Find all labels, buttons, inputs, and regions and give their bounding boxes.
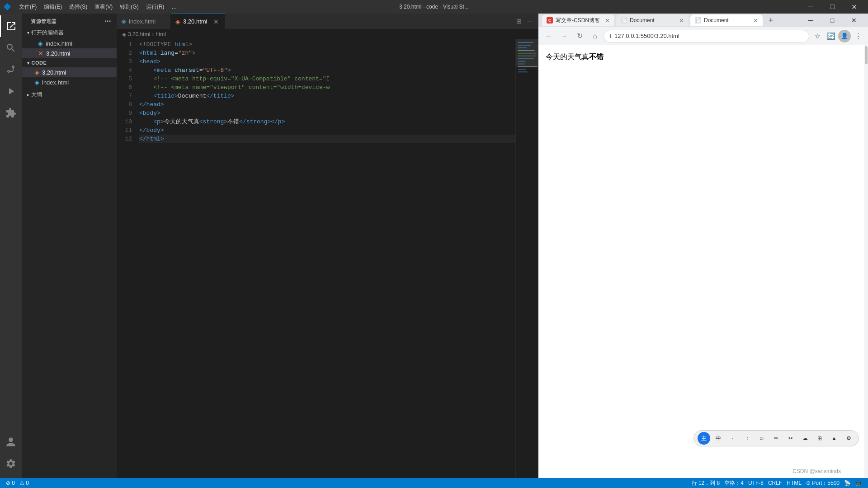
ime-chinese-btn[interactable]: 中 — [712, 432, 725, 445]
browser-page-text: 今天的天气真不错 — [546, 52, 861, 62]
sidebar-file-index[interactable]: ◈ index.html — [22, 77, 117, 87]
close-button[interactable]: ✕ — [844, 0, 864, 14]
tab-320-icon: ◈ — [175, 18, 180, 25]
ime-settings-btn[interactable]: ⚙ — [842, 432, 855, 445]
code-line-12: </html> — [139, 135, 515, 143]
menu-edit[interactable]: 编辑(E) — [40, 1, 66, 13]
ime-cloud-btn[interactable]: ☁ — [799, 432, 811, 445]
menu-goto[interactable]: 转到(G) — [116, 1, 142, 13]
more-actions-button[interactable]: ··· — [525, 17, 534, 26]
browser-scrollbar-thumb[interactable] — [865, 46, 868, 64]
menu-more[interactable]: … — [168, 2, 180, 12]
activity-extensions-icon[interactable] — [0, 102, 22, 124]
svg-rect-10 — [518, 69, 526, 70]
activity-run-icon[interactable] — [0, 80, 22, 102]
open-editor-320-html[interactable]: ✕ 3.20.html — [22, 48, 117, 58]
breadcrumb-file[interactable]: 3.20.html — [128, 31, 150, 38]
ime-active-btn[interactable]: 主 — [698, 432, 710, 445]
status-encoding[interactable]: UTF-8 — [746, 480, 766, 486]
code-chevron: ▾ — [27, 61, 30, 66]
maximize-button[interactable]: □ — [822, 0, 843, 14]
open-editors-chevron: ▾ — [27, 30, 29, 35]
browser-forward-button[interactable]: → — [557, 29, 571, 43]
code-line-3: <head> — [139, 57, 515, 66]
outline-chevron: ▸ — [27, 92, 29, 97]
browser-tab-doc1[interactable]: 📄 Document ✕ — [616, 14, 689, 26]
tab-index-html[interactable]: ◈ index.html — [117, 14, 171, 29]
browser-bookmark-button[interactable]: ☆ — [811, 30, 824, 42]
browser-profile-button[interactable]: 👤 — [838, 30, 851, 42]
code-line-11: </body> — [139, 126, 515, 135]
activity-search-icon[interactable] — [0, 37, 22, 59]
code-line-2: <html lang="zh"> — [139, 49, 515, 57]
activity-source-control-icon[interactable] — [0, 59, 22, 80]
browser-tab-csdn-close[interactable]: ✕ — [605, 17, 610, 24]
ime-grid-btn[interactable]: ⊞ — [813, 432, 826, 445]
status-golive[interactable]: 📺 — [853, 480, 864, 486]
browser-tab-csdn-label: 写文章-CSDN博客 — [556, 17, 600, 24]
doc1-favicon: 📄 — [621, 17, 627, 23]
status-line-ending[interactable]: CRLF — [766, 480, 784, 486]
status-broadcast[interactable]: 📡 — [842, 480, 853, 486]
status-spaces[interactable]: 空格：4 — [722, 479, 746, 487]
ime-arrow-btn[interactable]: ▲ — [828, 432, 840, 445]
browser-tab-doc2-close[interactable]: ✕ — [753, 17, 758, 24]
sidebar-file-320[interactable]: ◈ 3.20.html — [22, 67, 117, 77]
ime-pen-btn[interactable]: ✏ — [770, 432, 783, 445]
activity-account-icon[interactable] — [0, 431, 22, 453]
browser-tab-csdn[interactable]: C 写文章-CSDN博客 ✕ — [542, 14, 614, 26]
doc2-favicon: 📄 — [695, 17, 701, 23]
status-line-col[interactable]: 行 12，列 8 — [689, 479, 722, 487]
svg-rect-0 — [518, 42, 533, 43]
file-icon-index: ◈ — [38, 40, 43, 47]
browser-home-button[interactable]: ⌂ — [588, 29, 602, 43]
browser-maximize-button[interactable]: □ — [822, 14, 843, 27]
status-language[interactable]: HTML — [784, 480, 804, 486]
status-warnings[interactable]: ⚠ 0 — [17, 478, 31, 488]
activity-explorer-icon[interactable] — [0, 15, 22, 37]
browser-content: 今天的天气真不错 主 中 · ： ☺ ✏ ✂ ☁ ⊞ ▲ ⚙ CSDN @s — [538, 45, 868, 478]
code-line-6: <!-- <meta name="viewport" content="widt… — [139, 83, 515, 92]
menu-select[interactable]: 选择(S) — [66, 1, 91, 13]
ime-scissors-btn[interactable]: ✂ — [784, 432, 797, 445]
tab-320-html[interactable]: ◈ 3.20.html ✕ — [171, 14, 225, 29]
browser-sync-button[interactable]: 🔄 — [825, 30, 837, 42]
ime-colon-btn[interactable]: ： — [741, 432, 754, 445]
status-errors[interactable]: ⊘ 0 — [4, 478, 17, 488]
svg-rect-5 — [518, 56, 537, 56]
code-content[interactable]: <!DOCTYPE html> <html lang="zh"> <head> … — [136, 39, 515, 478]
menu-file[interactable]: 文件(F) — [15, 1, 40, 13]
menu-run[interactable]: 运行(R) — [142, 1, 168, 13]
browser-minimize-button[interactable]: ─ — [800, 14, 821, 27]
breadcrumb-element[interactable]: html — [156, 31, 166, 38]
code-section[interactable]: ▾ CODE — [22, 58, 117, 67]
outline-label: 大纲 — [31, 91, 42, 99]
ime-dot-btn[interactable]: · — [726, 432, 739, 445]
menu-view[interactable]: 查看(V) — [91, 1, 116, 13]
browser-more-button[interactable]: ⋮ — [852, 30, 864, 42]
outline-section[interactable]: ▸ 大纲 — [22, 89, 117, 100]
svg-rect-4 — [518, 53, 537, 54]
status-port[interactable]: ⊙ Port：5500 — [804, 479, 842, 487]
sidebar-header-more[interactable]: ··· — [104, 17, 111, 25]
minimize-button[interactable]: ─ — [800, 0, 821, 14]
browser-refresh-button[interactable]: ↻ — [573, 29, 586, 43]
ime-emoji-btn[interactable]: ☺ — [755, 432, 768, 445]
status-golive-icon: 📺 — [855, 480, 862, 486]
activity-settings-icon[interactable] — [0, 453, 22, 474]
tab-index-icon: ◈ — [121, 18, 126, 25]
address-bar[interactable]: ℹ 127.0.0.1:5500/3.20.html — [604, 30, 809, 42]
new-tab-button[interactable]: + — [764, 14, 777, 27]
tab-index-label: index.html — [129, 18, 156, 25]
browser-tab-doc2[interactable]: 📄 Document ✕ — [690, 14, 763, 26]
open-editor-index-html[interactable]: ◈ index.html — [22, 38, 117, 48]
sidebar: 资源管理器 ··· ▾ 打开的编辑器 ◈ index.html ✕ 3.20.h… — [22, 14, 117, 478]
browser-close-button[interactable]: ✕ — [844, 14, 864, 27]
browser-back-button[interactable]: ← — [542, 29, 556, 43]
tab-320-close[interactable]: ✕ — [212, 18, 220, 26]
open-editors-section[interactable]: ▾ 打开的编辑器 — [22, 27, 117, 38]
title-center-text: 3.20.html - code - Visual St... — [399, 4, 469, 10]
split-editor-button[interactable]: ⊞ — [514, 17, 524, 26]
browser-tab-doc1-close[interactable]: ✕ — [679, 17, 684, 24]
status-broadcast-icon: 📡 — [844, 480, 851, 486]
